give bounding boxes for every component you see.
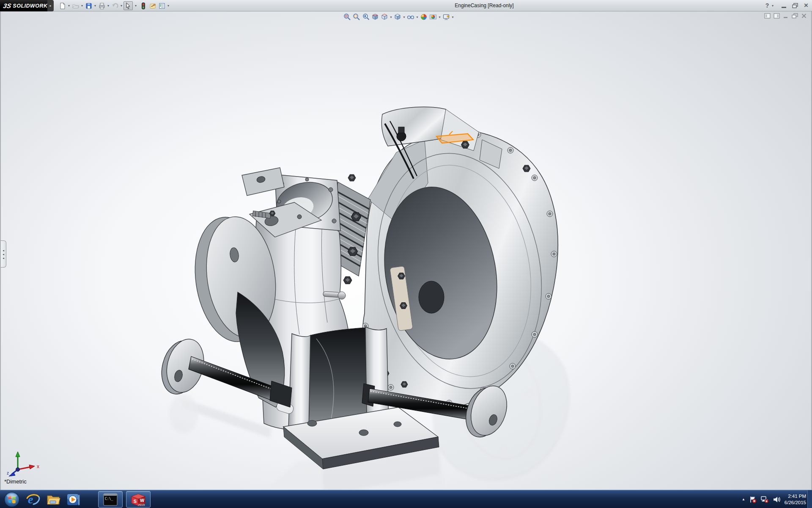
internet-explorer-icon: e [26,492,40,507]
media-player-icon [66,492,81,507]
select-cursor-icon [124,2,132,10]
minimize-button[interactable] [779,1,788,10]
print-dropdown[interactable]: ▾ [106,4,110,8]
taskbar-item-windows-explorer[interactable] [44,491,63,508]
minimize-icon [782,7,786,8]
new-document-button[interactable] [58,1,67,10]
show-hidden-icons-button[interactable]: ▲ [742,497,745,501]
taskbar-item-media-player[interactable] [64,491,83,508]
taskbar-item-command-prompt[interactable]: C:\_ [98,491,123,508]
command-prompt-icon: C:\_ [103,493,118,506]
help-button[interactable]: ? [764,1,771,10]
help-dropdown[interactable]: ▾ [771,1,775,10]
solidworks-2015-icon: S W 2015 [130,491,147,508]
undo-icon [111,2,119,10]
engine-casing-model[interactable] [1,11,812,490]
view-orientation-label: *Dimetric [4,478,27,485]
brand-name: SOLIDWORKS [13,3,51,9]
color-note-icon [149,2,156,10]
solidworks-logo: 3S SOLIDWORKS [0,0,47,11]
taskbar-item-solidworks-2015[interactable]: S W 2015 [126,491,151,508]
open-button[interactable] [71,1,80,10]
start-button[interactable] [3,491,21,508]
orientation-triad: x z [6,451,41,479]
triad-x-label: x [37,464,39,469]
restore-button[interactable] [790,1,800,10]
graphics-viewport[interactable]: ▾ ▾ ▾ [0,11,812,490]
options-dropdown[interactable]: ▾ [166,4,170,8]
system-tray: ▲ 2:41 P [742,490,806,508]
solidworks-year-badge: 2015 [138,502,145,506]
tray-clock[interactable]: 2:41 PM 6/26/2015 [785,493,806,506]
menu-flyout-arrow[interactable]: ▸ [47,0,54,11]
folder-icon [46,492,60,507]
traffic-light-icon [140,2,147,10]
new-document-icon [59,2,66,10]
open-folder-icon [72,2,80,10]
tray-date: 6/26/2015 [785,500,806,506]
save-icon [85,2,93,10]
3ds-logo-icon: 3S [3,2,12,9]
taskbar-item-internet-explorer[interactable]: e [24,491,42,508]
options-checklist-icon [158,2,166,10]
undo-button[interactable] [110,1,120,10]
edit-color-button[interactable] [148,1,157,10]
dome-pin [338,292,346,299]
save-dropdown[interactable]: ▾ [93,4,97,8]
show-desktop-button[interactable] [807,490,812,508]
new-document-dropdown[interactable]: ▾ [67,4,71,8]
window-title: EngineCasing [Read-only] [431,3,537,8]
volume-icon[interactable] [773,496,781,503]
options-button[interactable] [157,1,167,10]
command-prompt-text: C:\_ [105,497,113,501]
title-bar: 3S SOLIDWORKS ▸ ▾ ▾ ▾ [0,0,812,11]
action-center-icon[interactable] [749,496,757,503]
svg-text:S: S [134,499,137,504]
print-icon [98,2,106,10]
windows-start-icon [4,491,20,508]
restore-icon [792,3,798,8]
svg-text:W: W [140,498,145,503]
select-dropdown[interactable]: ▾ [134,4,138,8]
tray-time: 2:41 PM [785,493,806,500]
select-button[interactable] [123,1,133,10]
triad-z-label: z [7,471,9,475]
taskbar: e C:\_ [0,490,812,508]
print-button[interactable] [97,1,107,10]
rebuild-button[interactable] [139,1,148,10]
undo-dropdown[interactable]: ▾ [119,4,123,8]
close-button[interactable]: × [802,1,810,10]
desktop: 3S SOLIDWORKS ▸ ▾ ▾ ▾ [0,0,812,508]
open-dropdown[interactable]: ▾ [80,4,84,8]
save-button[interactable] [84,1,93,10]
network-status-icon[interactable] [760,496,769,503]
